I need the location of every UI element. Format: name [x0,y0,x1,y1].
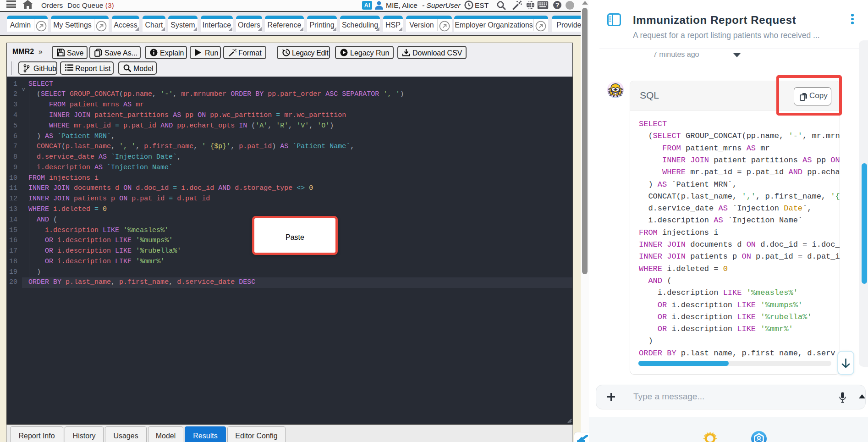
svg-text:?: ? [555,1,560,9]
